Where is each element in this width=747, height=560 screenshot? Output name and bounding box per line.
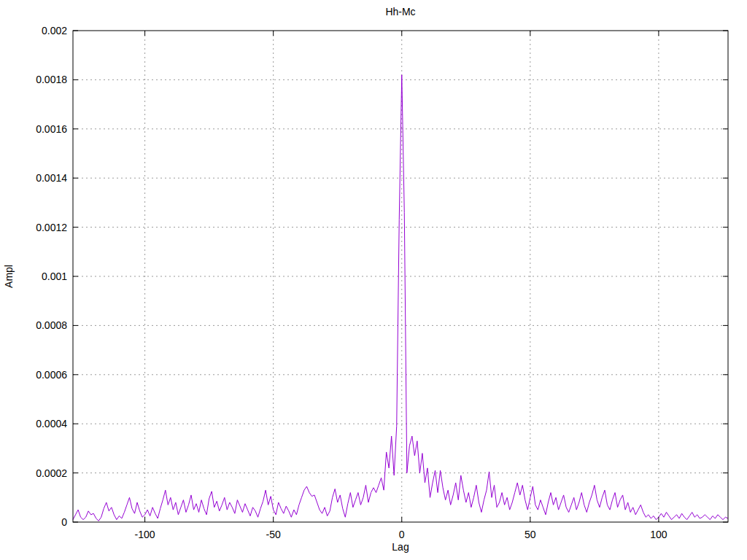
y-tick-label: 0.0016 — [36, 123, 67, 135]
x-tick-label: 100 — [650, 529, 667, 540]
y-tick-label: 0.0006 — [36, 369, 67, 381]
y-tick-label: 0.0004 — [36, 418, 67, 429]
x-tick-label: -50 — [266, 529, 281, 540]
x-tick-label: -100 — [135, 529, 155, 540]
y-tick-label: 0.001 — [42, 271, 67, 282]
x-axis-label: Lag — [73, 541, 728, 553]
y-tick-label: 0.0002 — [36, 467, 67, 479]
y-tick-label: 0.0014 — [36, 172, 67, 184]
y-tick-label: 0 — [61, 516, 67, 528]
y-tick-label: 0.0008 — [36, 319, 67, 331]
y-tick-label: 0.002 — [42, 25, 67, 36]
chart-figure: Hh-Mc Ampl 00.00020.00040.00060.00080.00… — [0, 0, 747, 560]
x-tick-label: 50 — [525, 529, 536, 540]
plot-area: 00.00020.00040.00060.00080.0010.00120.00… — [0, 0, 747, 560]
data-line — [73, 75, 728, 521]
y-tick-label: 0.0012 — [36, 222, 67, 233]
x-tick-label: 0 — [399, 529, 405, 540]
y-tick-label: 0.0018 — [36, 74, 67, 85]
